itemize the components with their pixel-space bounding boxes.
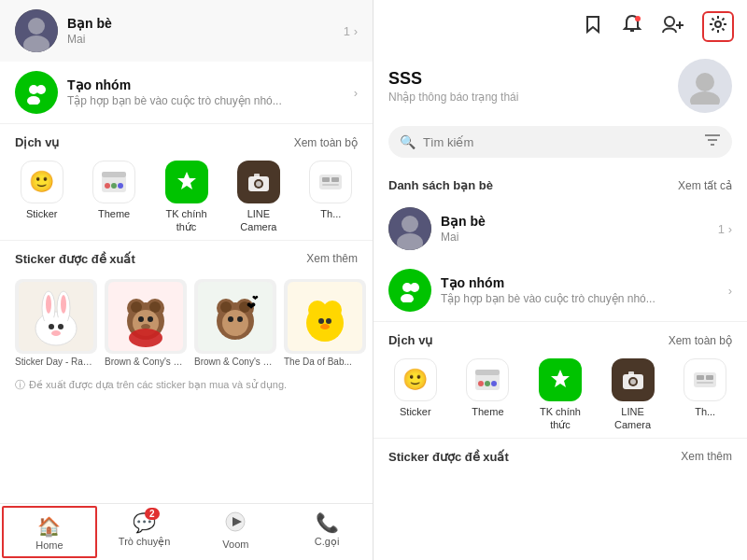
svg-rect-92 [706,375,713,380]
add-friend-icon[interactable] [661,14,684,39]
right-sticker-icon: 🙂 [394,358,437,401]
right-service-theme[interactable]: Theme [454,358,523,432]
nav-chat[interactable]: 2 💬 Trò chuyện [99,504,190,560]
svg-rect-8 [102,172,126,177]
right-service-camera[interactable]: LINECamera [599,358,668,432]
more-service-icon [309,161,352,203]
right-create-group-sub: Tập hợp bạn bè vào cuộc trò chuyện nhó..… [441,292,719,305]
right-friends-badge: 1 › [718,222,732,236]
svg-point-9 [105,183,110,189]
svg-point-28 [49,324,54,329]
account-label: TK chínhthức [166,207,207,234]
nav-call[interactable]: 📞 C.gọi [281,504,373,560]
services-grid: 🙂 Sticker Theme [0,155,373,240]
right-service-more[interactable]: Th... [670,358,740,432]
create-group-avatar: + [15,71,58,114]
svg-point-64 [665,17,674,26]
service-theme[interactable]: Theme [79,161,148,234]
nav-voom[interactable]: Voom [190,504,282,560]
divider-2 [0,240,373,241]
sticker-label-2: Brown & Cony's Coz... [105,357,187,367]
friends-avatar [15,9,58,52]
right-more-label: Th... [695,405,715,418]
right-stickers-title: Sticker được đề xuất [388,450,509,464]
svg-rect-18 [322,177,330,182]
more-service-label: Th... [320,207,341,220]
right-friends-name: Bạn bè [441,214,709,229]
sticker-3[interactable]: ❤ ❤ Brown & Cony's Secr... [194,279,276,367]
right-theme-icon [466,358,509,401]
svg-point-10 [111,183,117,189]
svg-point-5 [27,96,40,105]
create-group-item[interactable]: + Tạo nhóm Tập hợp bạn bè vào cuộc trò c… [0,62,373,123]
services-link[interactable]: Xem toàn bộ [294,136,358,149]
home-label: Home [35,539,63,551]
right-service-sticker[interactable]: 🙂 Sticker [381,358,450,432]
svg-point-46 [220,301,232,313]
nav-home[interactable]: 🏠 Home [2,506,97,558]
svg-point-39 [148,316,153,322]
search-icon: 🔍 [400,134,416,149]
sticker-1[interactable]: Sticker Day - Rabbit 100... [15,279,97,367]
info-icon: ⓘ [15,378,25,392]
sticker-4[interactable]: The Da of Bab... [284,279,366,367]
search-input[interactable] [423,135,697,149]
right-create-group-avatar: + [388,269,431,312]
svg-point-4 [36,85,46,94]
sticker-img-4 [284,279,366,354]
right-create-group-name: Tạo nhóm [441,275,719,290]
profile-status: Nhập thông báo trạng thái [388,91,665,104]
right-create-group[interactable]: + Tạo nhóm Tập hợp bạn bè vào cuộc trò c… [374,259,747,321]
svg-point-69 [690,91,720,105]
friends-item[interactable]: Bạn bè Mai 1 › [0,0,373,62]
right-sticker-label: Sticker [400,405,431,418]
svg-point-84 [491,381,497,386]
right-theme-label: Theme [472,405,503,418]
service-more[interactable]: Th... [297,161,365,234]
svg-point-57 [318,318,324,324]
call-label: C.gọi [315,536,340,548]
create-group-sub: Tập hợp bạn bè vào cuộc trò chuyện nhó..… [67,94,345,107]
sticker-label-4: The Da of Bab... [284,357,366,367]
create-group-name: Tạo nhóm [67,77,345,92]
sticker-2[interactable]: Brown & Cony's Coz... [105,279,187,367]
theme-icon [92,161,135,203]
stickers-link[interactable]: Xem thêm [306,252,358,265]
services-header: Dịch vụ Xem toàn bộ [0,126,373,155]
svg-marker-85 [551,370,570,387]
service-sticker[interactable]: 🙂 Sticker [7,161,76,234]
service-camera[interactable]: LINECamera [224,161,292,234]
svg-rect-16 [254,174,260,177]
svg-text:+: + [39,94,45,105]
svg-point-41 [129,329,162,347]
service-account[interactable]: TK chínhthức [152,161,220,234]
sticker-scroll: Sticker Day - Rabbit 100... [0,272,373,374]
svg-text:❤: ❤ [252,294,259,302]
left-scroll: Bạn bè Mai 1 › + Tạo nhóm Tập hợp bạn bè… [0,0,373,503]
right-services-title: Dịch vụ [388,333,432,347]
svg-point-78 [401,294,414,302]
right-services-header: Dịch vụ Xem toàn bộ [374,324,747,353]
bell-icon[interactable] [622,14,642,39]
settings-icon[interactable] [702,11,734,42]
svg-rect-17 [319,175,342,189]
right-service-account[interactable]: TK chínhthức [526,358,595,432]
right-friends-item[interactable]: Bạn bè Mai 1 › [374,198,747,259]
right-stickers-link[interactable]: Xem thêm [681,450,732,463]
stickers-title: Sticker được đề xuất [15,252,135,266]
bookmark-icon[interactable] [583,14,603,39]
friends-sub: Mai [67,33,334,46]
filter-icon[interactable] [704,133,721,151]
right-friends-link[interactable]: Xem tất cả [678,179,732,192]
svg-point-58 [326,318,331,324]
svg-point-49 [228,316,233,322]
right-services-link[interactable]: Xem toàn bộ [669,334,732,347]
search-bar[interactable]: 🔍 [388,126,732,158]
svg-rect-93 [697,382,713,384]
svg-point-74 [402,216,418,232]
right-divider-2 [374,438,747,439]
svg-point-29 [58,324,63,329]
theme-label: Theme [98,207,130,220]
right-header [374,0,747,49]
account-icon [165,161,208,203]
